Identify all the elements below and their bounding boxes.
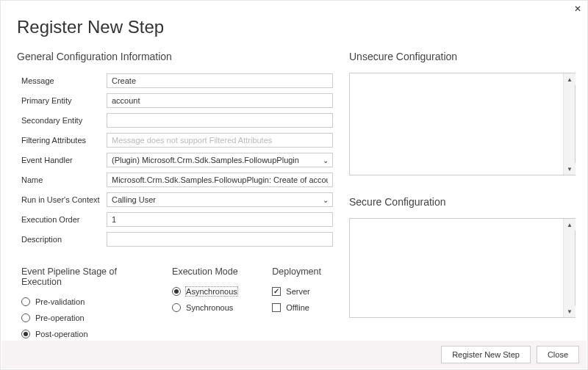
footer-bar: Register New Step Close <box>1 341 587 369</box>
synchronous-radio[interactable]: Synchronous <box>172 303 251 312</box>
primary-entity-input[interactable] <box>107 93 333 108</box>
checkbox-icon <box>272 303 281 312</box>
checkbox-icon <box>272 287 281 296</box>
radio-icon <box>172 303 181 312</box>
left-column: General Configuration Information Messag… <box>17 45 342 346</box>
server-label: Server <box>286 287 309 296</box>
pipeline-header: Event Pipeline Stage of Execution <box>21 266 151 287</box>
name-label: Name <box>17 175 107 184</box>
filtering-attributes-label: Filtering Attributes <box>17 136 107 145</box>
name-input[interactable] <box>107 173 333 187</box>
general-header: General Configuration Information <box>17 51 342 62</box>
content-area: General Configuration Information Messag… <box>1 37 587 346</box>
execution-order-input[interactable] <box>107 212 333 227</box>
primary-entity-label: Primary Entity <box>17 96 107 105</box>
unsecure-header: Unsecure Configuration <box>349 51 576 62</box>
scroll-down-icon[interactable]: ▼ <box>564 305 576 317</box>
secondary-entity-label: Secondary Entity <box>17 116 107 125</box>
page-title: Register New Step <box>1 1 587 37</box>
unsecure-config-textarea[interactable]: ▲ ▼ <box>349 73 576 175</box>
pre-validation-radio[interactable]: Pre-validation <box>21 297 151 306</box>
register-new-step-button[interactable]: Register New Step <box>441 346 531 363</box>
bottom-options: Event Pipeline Stage of Execution Pre-va… <box>17 266 342 346</box>
right-column: Unsecure Configuration ▲ ▼ Secure Config… <box>349 45 576 346</box>
scroll-up-icon[interactable]: ▲ <box>564 73 576 85</box>
event-handler-select[interactable] <box>107 153 333 167</box>
register-step-window: ✕ Register New Step General Configuratio… <box>0 0 588 370</box>
scrollbar[interactable]: ▲ ▼ <box>563 219 575 317</box>
offline-checkbox[interactable]: Offline <box>272 303 321 312</box>
synchronous-label: Synchronous <box>186 303 233 312</box>
secure-config-textarea[interactable]: ▲ ▼ <box>349 218 576 318</box>
message-input[interactable] <box>107 73 333 88</box>
description-input[interactable] <box>107 232 333 247</box>
pre-operation-label: Pre-operation <box>35 313 85 322</box>
close-icon[interactable]: ✕ <box>574 4 581 14</box>
radio-icon <box>21 297 30 306</box>
post-operation-label: Post-operation <box>35 330 88 338</box>
exec-mode-group: Execution Mode Asynchronous Synchronous <box>172 266 251 346</box>
run-context-label: Run in User's Context <box>17 195 107 204</box>
secure-header: Secure Configuration <box>349 196 576 208</box>
close-button[interactable]: Close <box>537 346 579 363</box>
execution-order-label: Execution Order <box>17 215 107 224</box>
scroll-down-icon[interactable]: ▼ <box>564 163 576 175</box>
message-label: Message <box>17 76 107 85</box>
post-operation-radio[interactable]: Post-operation <box>21 330 151 338</box>
offline-label: Offline <box>286 303 309 312</box>
radio-icon <box>172 287 181 296</box>
scrollbar[interactable]: ▲ ▼ <box>563 73 575 175</box>
pipeline-group: Event Pipeline Stage of Execution Pre-va… <box>21 266 151 346</box>
exec-mode-header: Execution Mode <box>172 266 251 277</box>
deployment-header: Deployment <box>272 266 321 277</box>
server-checkbox[interactable]: Server <box>272 287 321 296</box>
event-handler-label: Event Handler <box>17 156 107 164</box>
description-label: Description <box>17 235 107 244</box>
run-context-select[interactable] <box>107 192 333 207</box>
filtering-attributes-input[interactable] <box>107 133 333 148</box>
pre-validation-label: Pre-validation <box>35 297 85 306</box>
radio-icon <box>21 330 30 338</box>
asynchronous-label: Asynchronous <box>186 287 237 296</box>
radio-icon <box>21 313 30 322</box>
asynchronous-radio[interactable]: Asynchronous <box>172 287 251 296</box>
scroll-up-icon[interactable]: ▲ <box>564 219 576 231</box>
secondary-entity-input[interactable] <box>107 113 333 128</box>
pre-operation-radio[interactable]: Pre-operation <box>21 313 151 322</box>
deployment-group: Deployment Server Offline <box>272 266 321 346</box>
